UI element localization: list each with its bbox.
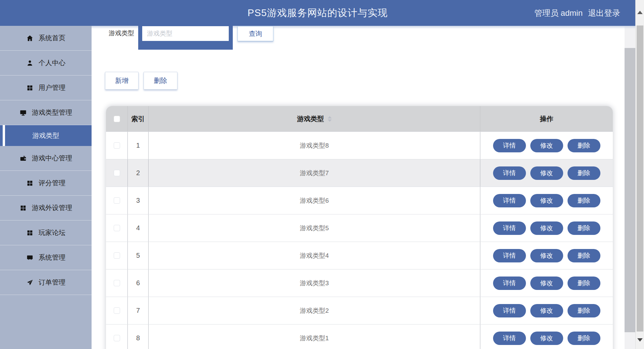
table-row: 2游戏类型7详情修改删除: [106, 159, 613, 187]
query-button[interactable]: 查询: [237, 26, 273, 41]
content-scrollbar-thumb[interactable]: [625, 48, 635, 332]
edit-button[interactable]: 修改: [530, 249, 563, 262]
table-row: 3游戏类型6详情修改删除: [106, 187, 613, 214]
row-index-cell: 3: [127, 187, 149, 214]
detail-button[interactable]: 详情: [493, 277, 526, 290]
delete-row-button[interactable]: 删除: [568, 221, 600, 235]
delete-row-button[interactable]: 删除: [568, 249, 600, 262]
sidebar-item-10[interactable]: 订单管理: [0, 270, 92, 295]
row-actions-cell: 详情修改删除: [480, 159, 613, 187]
delete-row-button[interactable]: 删除: [568, 304, 600, 317]
logout-link[interactable]: 退出登录: [588, 8, 620, 18]
row-type-cell: 游戏类型8: [149, 132, 480, 159]
edit-button[interactable]: 修改: [530, 332, 563, 345]
edit-button[interactable]: 修改: [530, 277, 563, 290]
page-title: PS5游戏服务网站的设计与实现: [248, 6, 388, 20]
edit-button[interactable]: 修改: [530, 221, 563, 235]
delete-row-button[interactable]: 删除: [568, 332, 600, 345]
detail-button[interactable]: 详情: [493, 332, 526, 345]
terminal-icon: [26, 254, 34, 261]
delete-row-button[interactable]: 删除: [568, 194, 600, 207]
row-checkbox[interactable]: [114, 307, 120, 314]
sidebar-item-label: 游戏外设管理: [32, 203, 72, 212]
app-header: PS5游戏服务网站的设计与实现 管理员 admin 退出登录: [0, 0, 635, 26]
sidebar-item-label: 订单管理: [39, 278, 65, 287]
row-type-cell: 游戏类型1: [149, 325, 480, 349]
sidebar-item-6[interactable]: 评分管理: [0, 171, 92, 196]
delete-row-button[interactable]: 删除: [568, 277, 600, 290]
row-actions-cell: 详情修改删除: [480, 325, 613, 349]
search-input[interactable]: [142, 26, 229, 41]
edit-button[interactable]: 修改: [530, 139, 563, 152]
main-content: 游戏类型 查询 新增 删除 索引 游戏类型 操作: [92, 26, 625, 349]
sidebar-item-label: 游戏类型管理: [32, 108, 72, 117]
row-checkbox[interactable]: [114, 170, 120, 176]
sidebar-item-1[interactable]: 个人中心: [0, 51, 92, 76]
edit-button[interactable]: 修改: [530, 194, 563, 207]
monitor-icon: [19, 109, 27, 116]
delete-row-button[interactable]: 删除: [568, 166, 600, 180]
edit-button[interactable]: 修改: [530, 304, 563, 317]
sidebar-item-label: 游戏类型: [33, 131, 59, 140]
grid-icon: [26, 180, 34, 187]
sidebar-item-7[interactable]: 游戏外设管理: [0, 196, 92, 220]
row-checkbox[interactable]: [114, 197, 120, 204]
detail-button[interactable]: 详情: [493, 166, 526, 180]
table-row: 8游戏类型1详情修改删除: [106, 324, 613, 349]
sidebar-item-label: 玩家论坛: [39, 228, 65, 237]
row-index-cell: 1: [127, 132, 149, 159]
detail-button[interactable]: 详情: [493, 304, 526, 317]
sidebar-item-0[interactable]: 系统首页: [0, 26, 92, 51]
content-scrollbar-track[interactable]: [625, 26, 635, 349]
sidebar-item-4-active[interactable]: 游戏类型: [0, 125, 92, 146]
scroll-down-arrow-icon[interactable]: [637, 338, 643, 342]
row-checkbox[interactable]: [114, 225, 120, 231]
sidebar-item-label: 系统管理: [39, 253, 65, 262]
send-icon: [26, 279, 34, 286]
home-icon: [26, 35, 34, 42]
row-checkbox[interactable]: [114, 335, 120, 341]
row-index-cell: 6: [127, 269, 149, 297]
detail-button[interactable]: 详情: [493, 249, 526, 262]
row-checkbox-cell: [106, 242, 127, 269]
detail-button[interactable]: 详情: [493, 221, 526, 235]
row-checkbox[interactable]: [114, 142, 120, 149]
table-row: 4游戏类型5详情修改删除: [106, 214, 613, 242]
sidebar-item-5[interactable]: 游戏中心管理: [0, 146, 92, 171]
row-type-cell: 游戏类型7: [149, 159, 480, 187]
row-type-cell: 游戏类型3: [149, 269, 480, 297]
page-scrollbar-track[interactable]: [635, 0, 644, 349]
row-type-cell: 游戏类型6: [149, 187, 480, 214]
sort-caret-icon[interactable]: [328, 116, 332, 122]
add-button[interactable]: 新增: [105, 72, 139, 90]
row-index-cell: 5: [127, 242, 149, 269]
sidebar-item-9[interactable]: 系统管理: [0, 245, 92, 270]
table-row: 5游戏类型4详情修改删除: [106, 242, 613, 269]
search-panel: [138, 26, 233, 50]
sidebar-item-8[interactable]: 玩家论坛: [0, 220, 92, 245]
table-row: 6游戏类型3详情修改删除: [106, 269, 613, 297]
detail-button[interactable]: 详情: [493, 139, 526, 152]
sidebar-item-2[interactable]: 用户管理: [0, 76, 92, 100]
row-checkbox-cell: [106, 214, 127, 242]
row-actions-cell: 详情修改删除: [480, 132, 613, 159]
type-column-header: 游戏类型: [297, 114, 324, 123]
sidebar-item-3[interactable]: 游戏类型管理: [0, 100, 92, 125]
type-header-cell[interactable]: 游戏类型: [149, 106, 480, 132]
table-row: 7游戏类型2详情修改删除: [106, 297, 613, 324]
row-checkbox[interactable]: [114, 280, 120, 286]
index-column-header: 索引: [131, 114, 145, 123]
detail-button[interactable]: 详情: [493, 194, 526, 207]
edit-button[interactable]: 修改: [530, 166, 563, 180]
scroll-up-arrow-icon[interactable]: [637, 11, 643, 14]
select-all-checkbox[interactable]: [114, 116, 120, 122]
delete-row-button[interactable]: 删除: [568, 139, 600, 152]
row-checkbox-cell: [106, 297, 127, 324]
page-scrollbar-thumb[interactable]: [637, 26, 643, 332]
row-checkbox-cell: [106, 269, 127, 297]
row-type-cell: 游戏类型5: [149, 214, 480, 242]
row-index-cell: 7: [127, 297, 149, 324]
row-checkbox-cell: [106, 325, 127, 349]
delete-button[interactable]: 删除: [144, 72, 177, 90]
row-checkbox[interactable]: [114, 252, 120, 259]
